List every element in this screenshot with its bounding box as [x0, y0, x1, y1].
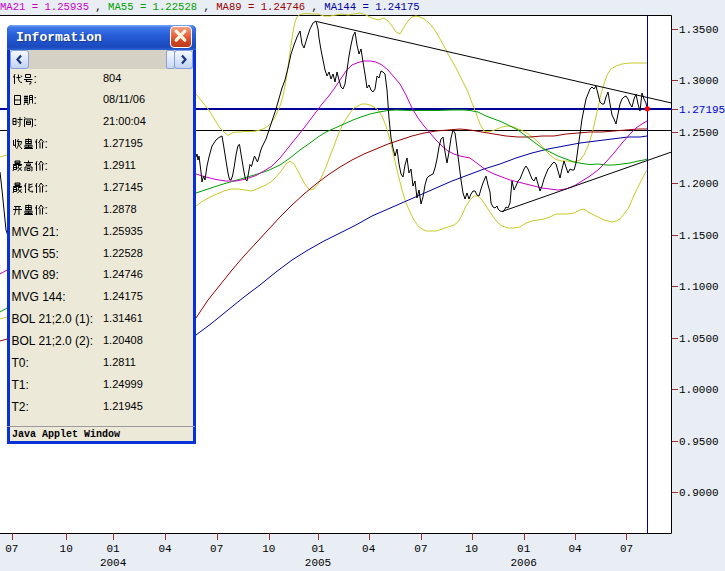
svg-text:2006: 2006: [510, 557, 536, 569]
svg-text:10: 10: [60, 543, 73, 555]
svg-text:04: 04: [568, 543, 582, 555]
svg-text:10: 10: [262, 543, 275, 555]
svg-text:01: 01: [106, 543, 120, 555]
svg-text:04: 04: [158, 543, 172, 555]
svg-text:01: 01: [311, 543, 325, 555]
svg-text:1.0000: 1.0000: [679, 384, 719, 396]
svg-text:07: 07: [414, 543, 427, 555]
svg-text:MA21 = 1.25935 , MA55 = 1.2252: MA21 = 1.25935 , MA55 = 1.22528 , MA89 =…: [0, 1, 420, 13]
svg-text:1.27195: 1.27195: [679, 104, 725, 116]
svg-text:1.1000: 1.1000: [679, 281, 719, 293]
svg-text:1.3500: 1.3500: [679, 24, 719, 36]
svg-text:1.2000: 1.2000: [679, 178, 719, 190]
svg-text:07: 07: [210, 543, 223, 555]
svg-text:1.1500: 1.1500: [679, 230, 719, 242]
svg-text:1.2500: 1.2500: [679, 127, 719, 139]
svg-text:04: 04: [362, 543, 376, 555]
svg-text:1.3000: 1.3000: [679, 75, 719, 87]
svg-text:2005: 2005: [305, 557, 331, 569]
svg-text:10: 10: [465, 543, 478, 555]
svg-text:0.9500: 0.9500: [679, 436, 719, 448]
svg-text:01: 01: [517, 543, 531, 555]
svg-text:2004: 2004: [100, 557, 127, 569]
svg-text:1.0500: 1.0500: [679, 333, 719, 345]
svg-text:07: 07: [5, 543, 18, 555]
svg-text:07: 07: [620, 543, 633, 555]
svg-text:0.9000: 0.9000: [679, 487, 719, 499]
